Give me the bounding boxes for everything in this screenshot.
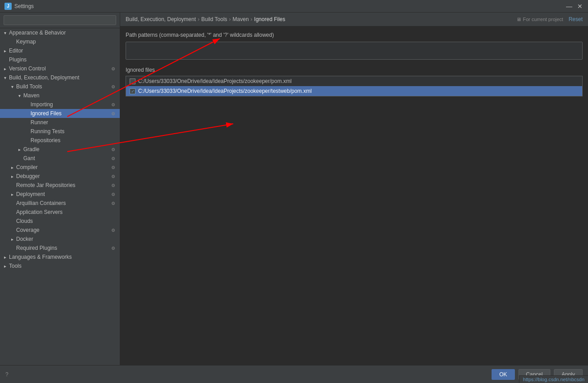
sidebar-item-plugins[interactable]: Plugins (0, 55, 120, 64)
settings-icon-ignored-files: ⚙ (110, 110, 116, 117)
settings-icon-required-plugins: ⚙ (110, 245, 116, 251)
tree-arrow-gradle (16, 146, 22, 152)
sidebar-item-remote-jar-repositories[interactable]: Remote Jar Repositories⚙ (0, 181, 120, 190)
sidebar-item-docker[interactable]: Docker (0, 235, 120, 244)
sidebar-item-editor[interactable]: Editor (0, 46, 120, 55)
sidebar-item-clouds[interactable]: Clouds (0, 217, 120, 226)
tree-arrow-build-execution-deployment (2, 74, 8, 81)
main-container: 🔍 Appearance & BehaviorKeymapEditorPlugi… (0, 13, 588, 365)
sidebar-label-compiler: Compiler (16, 164, 110, 170)
sidebar-item-importing[interactable]: Importing⚙ (0, 100, 120, 109)
sidebar-label-deployment: Deployment (16, 191, 110, 197)
sidebar-label-debugger: Debugger (16, 173, 110, 179)
sidebar-item-build-execution-deployment[interactable]: Build, Execution, Deployment (0, 73, 120, 82)
sidebar-item-required-plugins[interactable]: Required Plugins⚙ (0, 244, 120, 252)
sidebar-item-gradle[interactable]: Gradle⚙ (0, 145, 120, 154)
file-list: C:/Users/33033/OneDrive/Idea/IdeaProject… (126, 76, 583, 96)
tree-container: Appearance & BehaviorKeymapEditorPlugins… (0, 28, 120, 270)
sidebar-label-tools: Tools (9, 263, 118, 269)
sidebar-item-appearance-behavior[interactable]: Appearance & Behavior (0, 28, 120, 37)
sidebar-item-keymap[interactable]: Keymap (0, 37, 120, 46)
sidebar-label-docker: Docker (16, 236, 118, 242)
breadcrumb-bar: Build, Execution, Deployment › Build Too… (120, 13, 588, 26)
sidebar-label-build-tools: Build Tools (16, 83, 110, 90)
url-bar: https://blog.csdn.net/nbcsdn (519, 375, 588, 383)
breadcrumb-item-4[interactable]: Ignored Files (254, 16, 285, 22)
sidebar-item-build-tools[interactable]: Build Tools⚙ (0, 82, 120, 91)
tree-arrow-compiler (9, 164, 15, 170)
settings-icon-debugger: ⚙ (110, 173, 116, 179)
minimize-button[interactable]: — (566, 3, 573, 10)
sidebar-item-debugger[interactable]: Debugger⚙ (0, 172, 120, 181)
monitor-icon: 🖥 (516, 17, 521, 22)
settings-icon-gradle: ⚙ (110, 146, 116, 152)
sidebar-item-ignored-files[interactable]: Ignored Files⚙ (0, 109, 120, 118)
sidebar-label-application-servers: Application Servers (16, 209, 118, 215)
tree-arrow-tools (2, 263, 8, 269)
app-icon: J (4, 3, 12, 10)
reset-link[interactable]: Reset (569, 16, 583, 22)
sidebar-label-clouds: Clouds (16, 218, 118, 224)
settings-icon-gant: ⚙ (110, 155, 116, 161)
tree-arrow-build-tools (9, 83, 15, 90)
breadcrumb-item-3[interactable]: Maven (233, 16, 249, 22)
sidebar-item-runner[interactable]: Runner (0, 118, 120, 127)
search-input[interactable] (4, 15, 116, 25)
content-body: Path patterns (comma-separated, '*' and … (120, 26, 588, 365)
sidebar-item-gant[interactable]: Gant⚙ (0, 154, 120, 163)
bottom-bar: ? OK Cancel Apply (0, 365, 588, 383)
sidebar-item-maven[interactable]: Maven (0, 91, 120, 100)
settings-icon-arquillian-containers: ⚙ (110, 200, 116, 206)
sidebar-label-appearance-behavior: Appearance & Behavior (9, 30, 118, 36)
settings-icon-build-tools: ⚙ (110, 83, 116, 90)
ok-button[interactable]: OK (492, 369, 514, 380)
sidebar-item-running-tests[interactable]: Running Tests (0, 127, 120, 136)
file-row-file1[interactable]: C:/Users/33033/OneDrive/Idea/IdeaProject… (126, 76, 582, 86)
sidebar-label-runner: Runner (30, 119, 118, 126)
sidebar-label-remote-jar-repositories: Remote Jar Repositories (16, 182, 110, 188)
breadcrumb-item-2[interactable]: Build Tools (201, 16, 227, 22)
sidebar-label-ignored-files: Ignored Files (30, 110, 110, 117)
tree-arrow-version-control (2, 65, 8, 72)
settings-icon-compiler: ⚙ (110, 164, 116, 170)
sidebar-item-repositories[interactable]: Repositories (0, 136, 120, 145)
search-wrapper: 🔍 (4, 15, 116, 25)
sidebar-label-importing: Importing (30, 101, 110, 108)
sidebar-label-arquillian-containers: Arquillian Containers (16, 200, 110, 206)
sidebar-label-required-plugins: Required Plugins (16, 245, 110, 251)
sidebar-item-languages-frameworks[interactable]: Languages & Frameworks (0, 252, 120, 261)
help-button[interactable]: ? (5, 371, 9, 378)
settings-icon-deployment: ⚙ (110, 191, 116, 197)
sidebar-label-plugins: Plugins (9, 57, 118, 63)
tree-arrow-appearance-behavior (2, 30, 8, 36)
tree-arrow-languages-frameworks (2, 254, 8, 260)
path-patterns-box[interactable] (126, 42, 583, 60)
ignored-files-label: Ignored files (126, 67, 583, 73)
close-button[interactable]: ✕ (576, 3, 584, 10)
sidebar-label-keymap: Keymap (16, 39, 118, 45)
sidebar-item-compiler[interactable]: Compiler⚙ (0, 163, 120, 172)
sidebar-label-build-execution-deployment: Build, Execution, Deployment (9, 74, 118, 81)
sidebar-item-coverage[interactable]: Coverage⚙ (0, 226, 120, 235)
sidebar-label-languages-frameworks: Languages & Frameworks (9, 254, 118, 260)
sidebar-item-application-servers[interactable]: Application Servers (0, 208, 120, 217)
breadcrumb-right: 🖥 For current project Reset (516, 16, 583, 22)
sidebar-label-coverage: Coverage (16, 227, 110, 233)
content-area: Build, Execution, Deployment › Build Too… (120, 13, 588, 365)
settings-icon-remote-jar-repositories: ⚙ (110, 182, 116, 188)
file-row-file2[interactable]: C:/Users/33033/OneDrive/Idea/IdeaProject… (126, 86, 582, 96)
sidebar-item-arquillian-containers[interactable]: Arquillian Containers⚙ (0, 199, 120, 208)
search-box: 🔍 (0, 13, 120, 28)
sidebar-label-repositories: Repositories (30, 137, 118, 144)
window-controls: — ✕ (566, 3, 584, 10)
sidebar-label-maven: Maven (23, 92, 118, 99)
sidebar-item-version-control[interactable]: Version Control⚙ (0, 64, 120, 73)
sidebar: 🔍 Appearance & BehaviorKeymapEditorPlugi… (0, 13, 120, 365)
breadcrumb-sep-3: › (251, 16, 253, 22)
sidebar-item-deployment[interactable]: Deployment⚙ (0, 190, 120, 199)
settings-icon-version-control: ⚙ (110, 65, 116, 72)
breadcrumb-item-1[interactable]: Build, Execution, Deployment (126, 16, 196, 22)
sidebar-item-tools[interactable]: Tools (0, 261, 120, 270)
file-checkbox-file1[interactable] (130, 78, 135, 84)
file-checkbox-file2[interactable] (130, 88, 135, 94)
